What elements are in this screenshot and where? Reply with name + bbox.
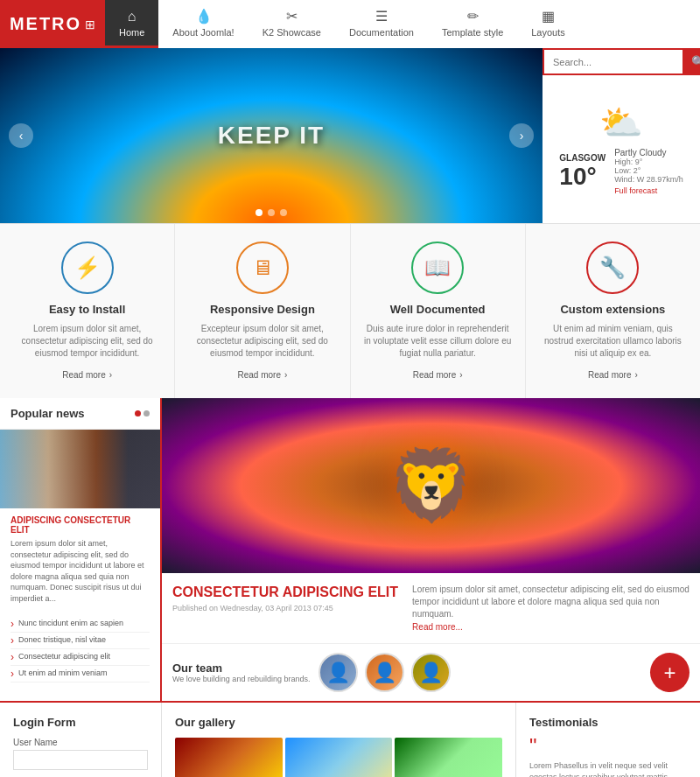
nav-home[interactable]: ⌂ Home <box>105 0 158 48</box>
documented-text: Duis aute irure dolor in reprehenderit i… <box>364 323 512 360</box>
list-item[interactable]: Ut enim ad minim veniam <box>10 666 150 682</box>
documented-title: Well Documented <box>364 303 512 316</box>
main-content: KEEP IT ‹ › 🔍 ⛅ GLASGOW 10° <box>0 48 700 777</box>
team-avatars: 👤 👤 👤 <box>318 653 641 692</box>
responsive-text: Excepteur ipsum dolor sit amet, consecte… <box>188 323 336 360</box>
slider-dot-3[interactable] <box>280 209 287 216</box>
hero-stage: KEEP IT <box>0 48 542 223</box>
popular-news-panel: Popular news ADIPISCING CONSECTETUR ELIT… <box>0 398 162 701</box>
featured-content: 🦁 CONSECTETUR ADIPISCING ELIT Published … <box>162 398 700 701</box>
slider-dots <box>256 209 287 216</box>
responsive-icon: 🖥 <box>236 242 289 294</box>
feature-responsive: 🖥 Responsive Design Excepteur ipsum dolo… <box>175 224 350 398</box>
install-readmore-button[interactable]: Read more › <box>62 370 112 380</box>
feature-documented: 📖 Well Documented Duis aute irure dolor … <box>351 224 526 398</box>
slider-next-button[interactable]: › <box>509 123 534 148</box>
popular-news-header: Popular news <box>0 398 160 430</box>
documented-icon: 📖 <box>411 242 464 294</box>
nav-style[interactable]: ✏ Template style <box>428 0 517 48</box>
list-item[interactable]: Consectetur adipiscing elit <box>10 649 150 666</box>
weather-content: ⛅ GLASGOW 10° Partly Cloudy High: 9° Low… <box>542 75 700 223</box>
featured-title: CONSECTETUR ADIPISCING ELIT <box>172 584 403 600</box>
weather-wind: Wind: W 28.97km/h <box>614 175 683 184</box>
slider-dot-2[interactable] <box>268 209 275 216</box>
our-team: Our team We love building and rebuilding… <box>162 644 700 701</box>
install-text: Lorem ipsum dolor sit amet, consectetur … <box>13 323 161 360</box>
search-input[interactable] <box>544 52 682 73</box>
avatar-1[interactable]: 👤 <box>318 653 358 692</box>
team-title-block: Our team We love building and rebuilding… <box>172 662 310 683</box>
news-thumb-image <box>0 430 160 508</box>
weather-temp: 10° <box>559 163 606 191</box>
news-body-text: Lorem ipsum dolor sit amet, consectetur … <box>0 538 160 612</box>
nav-style-label: Template style <box>442 27 503 38</box>
gallery-item-1[interactable] <box>175 738 283 777</box>
weather-city: GLASGOW <box>559 153 606 163</box>
username-input[interactable] <box>13 750 148 770</box>
featured-bottom: CONSECTETUR ADIPISCING ELIT Published on… <box>162 573 700 644</box>
team-title: Our team <box>172 662 310 675</box>
nav-docs[interactable]: ☰ Documentation <box>335 0 428 48</box>
featured-readmore-link[interactable]: Read more... <box>412 622 463 632</box>
documented-readmore-button[interactable]: Read more › <box>413 370 463 380</box>
testimonial-text: Lorem Phasellus in velit neque sed velit… <box>529 760 687 777</box>
slider-dot-1[interactable] <box>256 209 262 216</box>
news-headline: ADIPISCING CONSECTETUR ELIT <box>0 508 160 538</box>
avatar-2[interactable]: 👤 <box>365 653 404 692</box>
extensions-icon: 🔧 <box>586 242 639 294</box>
news-controls <box>135 410 150 416</box>
search-bar: 🔍 <box>542 48 700 75</box>
nav-home-label: Home <box>119 27 144 38</box>
weather-icon: ⛅ <box>599 102 643 144</box>
search-button[interactable]: 🔍 <box>682 50 700 74</box>
responsive-title: Responsive Design <box>188 303 336 316</box>
nav-layouts-label: Layouts <box>531 27 565 38</box>
nav-k2-label: K2 Showcase <box>262 27 321 38</box>
layouts-icon: ▦ <box>542 8 555 24</box>
logo-area: METRO ⊞ <box>0 0 105 48</box>
extensions-text: Ut enim ad minim veniam, quis nostrud ex… <box>539 323 687 360</box>
gallery-item-3[interactable] <box>395 738 502 777</box>
weather-desc: Partly Cloudy <box>614 148 683 158</box>
logo-text: METRO <box>10 14 81 34</box>
main-nav: ⌂ Home 💧 About Joomla! ✂ K2 Showcase ☰ D… <box>105 0 700 48</box>
avatar-3[interactable]: 👤 <box>411 653 451 692</box>
features-row: ⚡ Easy to Install Lorem ipsum dolor sit … <box>0 223 700 398</box>
nav-layouts[interactable]: ▦ Layouts <box>517 0 579 48</box>
login-title: Login Form <box>13 716 148 729</box>
responsive-readmore-button[interactable]: Read more › <box>237 370 287 380</box>
news-list: Nunc tincidunt enim ac sapien Donec tris… <box>0 612 160 687</box>
featured-desc: Lorem ipsum dolor sit amet, consectetur … <box>412 584 690 620</box>
username-group: User Name <box>13 738 148 770</box>
home-icon: ⌂ <box>128 9 136 24</box>
news-thumbnail <box>0 430 160 508</box>
list-item[interactable]: Nunc tincidunt enim ac sapien <box>10 616 150 633</box>
popular-news-title: Popular news <box>10 407 85 420</box>
hero-text: KEEP IT <box>218 122 325 150</box>
weather-forecast-link[interactable]: Full forecast <box>614 186 657 195</box>
extensions-readmore-button[interactable]: Read more › <box>588 370 638 380</box>
nav-about-label: About Joomla! <box>172 27 234 38</box>
header: METRO ⊞ ⌂ Home 💧 About Joomla! ✂ K2 Show… <box>0 0 700 48</box>
featured-desc-block: Lorem ipsum dolor sit amet, consectetur … <box>412 584 690 633</box>
gallery-grid <box>175 738 502 777</box>
news-dot-1[interactable] <box>135 410 141 416</box>
username-label: User Name <box>13 738 148 747</box>
docs-icon: ☰ <box>375 8 388 24</box>
weather-low: Low: 2° <box>614 166 683 175</box>
nav-about[interactable]: 💧 About Joomla! <box>158 0 248 48</box>
style-icon: ✏ <box>467 8 479 24</box>
slider-prev-button[interactable]: ‹ <box>9 123 33 148</box>
install-title: Easy to Install <box>13 303 161 316</box>
k2-icon: ✂ <box>286 8 298 24</box>
nav-k2[interactable]: ✂ K2 Showcase <box>248 0 335 48</box>
weather-left: GLASGOW 10° <box>559 153 606 191</box>
logo-icon: ⊞ <box>85 18 95 32</box>
gallery-section: Our gallery <box>162 703 516 777</box>
weather-high: High: 9° <box>614 158 683 166</box>
add-team-member-button[interactable]: + <box>650 653 690 692</box>
featured-text-block: CONSECTETUR ADIPISCING ELIT Published on… <box>172 584 403 633</box>
news-dot-2[interactable] <box>144 410 150 416</box>
gallery-item-2[interactable] <box>285 738 393 777</box>
list-item[interactable]: Donec tristique, nisl vitae <box>10 633 150 649</box>
